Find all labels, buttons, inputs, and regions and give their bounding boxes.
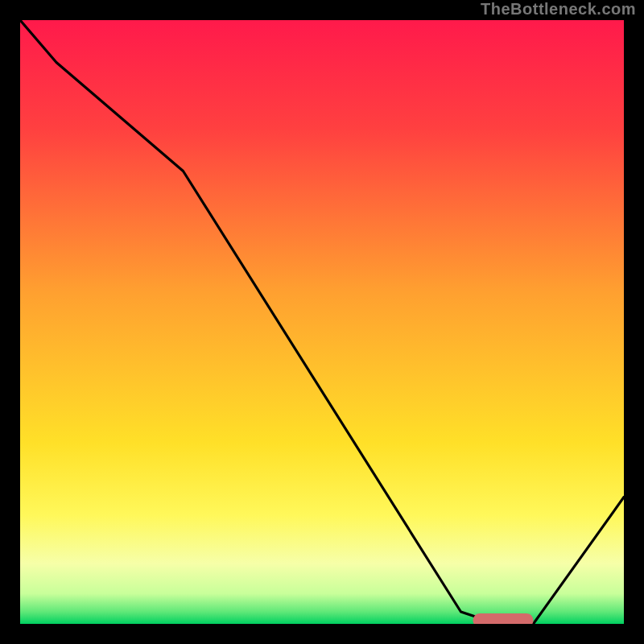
gradient-background <box>20 20 624 624</box>
optimal-marker <box>473 613 534 624</box>
bottleneck-chart-svg <box>20 20 624 624</box>
plot-area <box>20 20 624 624</box>
chart-container: TheBottleneck.com <box>0 0 644 644</box>
watermark-text: TheBottleneck.com <box>481 0 636 19</box>
